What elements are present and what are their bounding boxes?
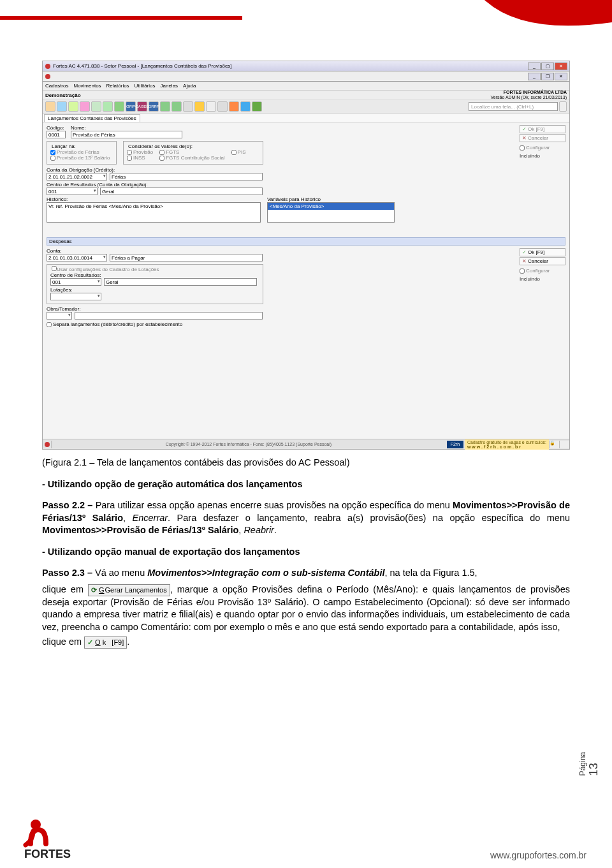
usar-conf-check[interactable] xyxy=(52,266,57,271)
quick-search[interactable]: Localize uma tela... (Ctrl+L) xyxy=(469,102,558,111)
window-title: Fortes AC 4.471.838 - Setor Pessoal - [L… xyxy=(53,63,232,69)
demo-row: Demonstração FORTES INFORMÁTICA LTDA Ver… xyxy=(43,91,569,99)
obra-input[interactable] xyxy=(47,312,72,320)
company-name: FORTES INFORMÁTICA LTDA xyxy=(504,90,567,94)
chk-fgts[interactable] xyxy=(159,150,164,155)
var-listbox[interactable]: <Mes/Ano da Provisão> xyxy=(267,202,395,223)
header-red-bar xyxy=(0,16,242,20)
chk-pis[interactable] xyxy=(231,150,237,155)
tab-lancamentos[interactable]: Lançamentos Contábeis das Provisões xyxy=(44,114,140,122)
tab-strip: Lançamentos Contábeis das Provisões xyxy=(43,114,569,122)
menu-ajuda[interactable]: Ajuda xyxy=(183,83,196,89)
search-go[interactable] xyxy=(559,101,567,112)
svg-text:FORTES: FORTES xyxy=(24,848,71,860)
toolbar-icon-4[interactable] xyxy=(80,101,90,112)
mdi-icon xyxy=(45,73,51,80)
toolbar-icon-12[interactable] xyxy=(171,101,182,112)
obra-label: Obra/Tomador: xyxy=(47,306,565,312)
passo-2-3-line1: Passo 2.3 – Vá ao menu Movimentos>>Integ… xyxy=(42,567,570,580)
mdi-close[interactable]: ✕ xyxy=(555,73,567,80)
codigo-input[interactable]: 0001 xyxy=(47,131,66,138)
centro-res-code[interactable]: 001 xyxy=(50,278,101,286)
f2rh-badge: F2rh xyxy=(447,441,463,448)
toolbar: GFIP CAGED GRRF Localize uma tela... (Ct… xyxy=(43,99,569,114)
mdi-minimize[interactable]: _ xyxy=(528,73,541,80)
toolbar-icon-18[interactable] xyxy=(252,101,262,112)
centro-obrig-label: Centro de Resultados (Conta da Obrigação… xyxy=(47,182,565,188)
toolbar-icon-13[interactable] xyxy=(183,101,193,112)
menu-movimentos[interactable]: Movimentos xyxy=(73,83,101,89)
historico-input[interactable]: Vr. ref. Provisão de Férias <Mes/Ano da … xyxy=(47,202,261,223)
window-buttons: _ ▢ ✕ xyxy=(528,63,567,70)
menu-utilitarios[interactable]: Utilitários xyxy=(135,83,156,89)
svg-point-1 xyxy=(45,74,50,79)
obra-name[interactable] xyxy=(75,312,263,320)
configurar-check-upper[interactable] xyxy=(520,145,525,151)
svg-point-0 xyxy=(45,64,50,69)
company-sub: Versão ADMIN (Ok, sucre 21/03/2013) xyxy=(491,95,567,99)
toolbar-blogger-icon[interactable] xyxy=(229,101,239,112)
conta-obrig-code[interactable]: 2.01.01.21.02.0002 xyxy=(47,173,107,180)
toolbar-grrf[interactable]: GRRF xyxy=(149,101,159,112)
chk-provisao[interactable] xyxy=(127,150,132,155)
conta-code[interactable]: 2.01.01.03.01.0014 xyxy=(47,254,107,261)
status-lock-icon: 🔒 xyxy=(549,441,559,448)
menu-janelas[interactable]: Janelas xyxy=(161,83,178,89)
passo-2-2: Passo 2.2 – Para utilizar essa opção ape… xyxy=(42,499,570,537)
centro-res-name[interactable]: Geral xyxy=(104,278,257,286)
statusbar: Copyright © 1994-2012 Fortes Informática… xyxy=(43,439,569,449)
lower-right-panel: Ok [F9] Cancelar Configurar Incluindo xyxy=(520,248,565,282)
passo-2-3-tail: clique em Ok [F9]. xyxy=(42,636,570,649)
toolbar-icon-1[interactable] xyxy=(45,101,55,112)
document-body: (Figura 2.1 – Tela de lançamentos contáb… xyxy=(42,457,570,658)
toolbar-gfip[interactable]: GFIP xyxy=(126,101,136,112)
lotacoes-input[interactable] xyxy=(50,293,101,300)
nome-input[interactable]: Provisão de Férias xyxy=(71,131,182,138)
cancel-button-lower[interactable]: Cancelar xyxy=(520,257,565,265)
close-button[interactable]: ✕ xyxy=(555,63,567,70)
chk-fgts-cs[interactable] xyxy=(159,156,164,161)
toolbar-caged[interactable]: CAGED xyxy=(137,101,147,112)
ok-button-lower[interactable]: Ok [F9] xyxy=(520,248,565,256)
toolbar-icon-11[interactable] xyxy=(160,101,170,112)
despesas-header: Despesas xyxy=(47,237,565,246)
toolbar-icon-2[interactable] xyxy=(57,101,67,112)
centro-obrig-code[interactable]: 001 xyxy=(47,188,98,195)
menu-relatorios[interactable]: Relatórios xyxy=(106,83,129,89)
separa-lanc-check[interactable] xyxy=(47,322,52,327)
maximize-button[interactable]: ▢ xyxy=(541,63,554,70)
ok-button-upper[interactable]: Ok [F9] xyxy=(520,125,565,133)
toolbar-twitter-icon[interactable] xyxy=(240,101,251,112)
chk-prov-13[interactable] xyxy=(50,156,55,161)
lancar-na-legend: Lançar na: xyxy=(50,143,77,149)
form-upper: Ok [F9] Cancelar Configurar Incluindo Có… xyxy=(43,122,569,232)
centro-obrig-name[interactable]: Geral xyxy=(100,188,263,195)
conta-obrig-name[interactable]: Férias xyxy=(110,173,263,180)
menu-cadastros[interactable]: Cadastros xyxy=(45,83,68,89)
codigo-label: Código: xyxy=(47,125,68,131)
conta-name[interactable]: Férias a Pagar xyxy=(110,254,263,261)
minimize-button[interactable]: _ xyxy=(528,63,541,70)
toolbar-icon-7[interactable] xyxy=(114,101,124,112)
app-icon xyxy=(45,63,51,70)
ok-button-inline: Ok [F9] xyxy=(84,636,127,649)
toolbar-icon-14[interactable] xyxy=(194,101,205,112)
mdi-restore[interactable]: ❐ xyxy=(541,73,554,80)
svg-point-2 xyxy=(45,442,50,447)
var-label: Variáveis para Histórico xyxy=(267,196,395,202)
considerar-legend: Considerar os valores de(o): xyxy=(127,143,194,149)
toolbar-icon-6[interactable] xyxy=(103,101,113,112)
cancel-button-upper[interactable]: Cancelar xyxy=(520,134,565,142)
chk-inss[interactable] xyxy=(127,156,132,161)
var-selected: <Mes/Ano da Provisão> xyxy=(268,203,394,210)
toolbar-icon-3[interactable] xyxy=(68,101,78,112)
configurar-check-lower[interactable] xyxy=(520,268,525,274)
lotacoes-label: Lotações: xyxy=(50,287,259,293)
form-lower: Ok [F9] Cancelar Configurar Incluindo Co… xyxy=(43,246,569,328)
sub2: - Utilizando opção manual de exportação … xyxy=(42,547,300,557)
toolbar-icon-15[interactable] xyxy=(217,101,228,112)
toolbar-icon-5[interactable] xyxy=(91,101,101,112)
chk-prov-ferias[interactable] xyxy=(50,150,55,155)
upper-right-panel: Ok [F9] Cancelar Configurar Incluindo xyxy=(520,125,565,159)
status-incluindo-lower: Incluindo xyxy=(520,276,565,282)
